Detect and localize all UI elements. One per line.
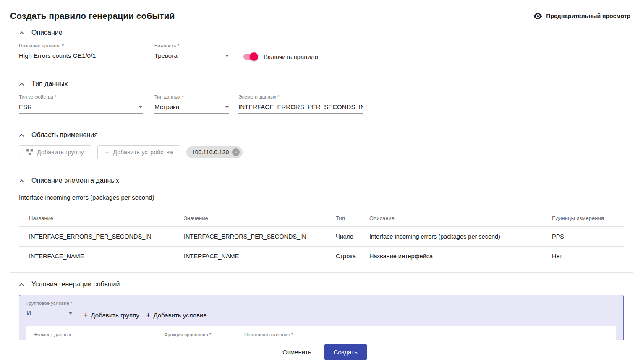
section-scope: Область применения Добавить группу + Доб… (10, 131, 633, 159)
element-summary: Interface incoming errors (packages per … (19, 194, 633, 201)
device-type-value: ESR (19, 103, 32, 110)
add-condition-group-label: Добавить группу (91, 312, 139, 319)
plus-icon: + (84, 312, 88, 318)
chevron-down-icon (139, 106, 143, 108)
create-rule-page: Создать правило генерации событий Предва… (0, 0, 643, 364)
device-group-icon (26, 149, 33, 155)
add-condition-label: Добавить условие (153, 312, 206, 319)
collapse-conditions-icon[interactable] (19, 283, 24, 286)
data-element-label: Элемент данных * (238, 94, 363, 99)
group-condition-select[interactable]: И (26, 309, 73, 320)
rule-name-field: Название правила * (19, 43, 143, 62)
condition-element-label: Элемент данных (33, 332, 71, 337)
section-scope-title: Область применения (31, 131, 98, 139)
device-type-select[interactable]: ESR (19, 102, 143, 114)
table-header-cell: Описание (359, 211, 542, 227)
toggle-thumb (250, 52, 258, 61)
create-button[interactable]: Создать (324, 344, 367, 360)
preview-label: Предварительный просмотр (546, 13, 630, 19)
chip-remove-icon[interactable]: × (232, 148, 240, 156)
collapse-element-description-icon[interactable] (19, 179, 24, 183)
severity-field: Важность * Тревога (154, 43, 229, 62)
device-type-label: Тип устройства * (19, 94, 143, 99)
enable-rule-toggle-group: Включить правило (243, 52, 318, 61)
section-element-description: Описание элемента данных Interface incom… (10, 177, 633, 272)
table-header-cell: Единицы измерения (542, 211, 624, 227)
data-element-table: Название Значение Тип Описание Единицы и… (19, 211, 624, 266)
table-header-cell: Значение (174, 211, 326, 227)
group-condition-field: Групповое условие * И (26, 301, 73, 320)
device-type-field: Тип устройства * ESR (19, 94, 143, 114)
enable-rule-toggle[interactable] (243, 52, 258, 61)
table-cell: Число (326, 227, 359, 247)
table-cell: INTERFACE_ERRORS_PER_SECONDS_IN (174, 227, 326, 247)
section-data-type: Тип данных Тип устройства * ESR Тип данн… (10, 80, 633, 114)
plus-icon: + (146, 312, 151, 318)
table-header-cell: Тип (326, 211, 359, 227)
section-conditions-title: Условия генерации событий (31, 281, 120, 288)
data-type-label: Тип данных * (154, 94, 229, 99)
divider (10, 272, 633, 273)
data-type-field: Тип данных * Метрика (154, 94, 229, 114)
data-element-input[interactable] (238, 102, 363, 114)
chevron-down-icon (68, 312, 73, 315)
table-cell: Interface incoming errors (packages per … (359, 227, 542, 247)
collapse-scope-icon[interactable] (19, 133, 24, 137)
table-header-row: Название Значение Тип Описание Единицы и… (19, 211, 624, 227)
table-cell: Строка (326, 247, 359, 266)
add-condition-group-button[interactable]: + Добавить группу (80, 310, 143, 320)
section-element-description-title: Описание элемента данных (31, 177, 119, 185)
preview-button[interactable]: Предварительный просмотр (531, 12, 633, 20)
enable-rule-toggle-label: Включить правило (264, 53, 318, 60)
section-description-title: Описание (31, 29, 63, 36)
data-type-select[interactable]: Метрика (154, 102, 229, 114)
table-cell: INTERFACE_NAME (19, 247, 174, 266)
severity-select[interactable]: Тревога (154, 51, 229, 62)
page-header: Создать правило генерации событий Предва… (10, 0, 633, 21)
table-cell: Название интерфейса (359, 247, 542, 266)
rule-name-label: Название правила * (19, 43, 143, 48)
table-cell: INTERFACE_NAME (174, 247, 326, 266)
severity-value: Тревога (154, 52, 178, 59)
section-description: Описание Название правила * Важность * Т… (10, 29, 633, 62)
device-chip-label: 100.110.0.130 (192, 149, 229, 156)
device-chip: 100.110.0.130 × (186, 146, 243, 158)
table-cell: INTERFACE_ERRORS_PER_SECONDS_IN (19, 227, 174, 247)
add-group-label: Добавить группу (37, 149, 84, 156)
data-element-field: Элемент данных * (238, 94, 363, 114)
table-cell: PPS (542, 227, 624, 247)
add-devices-label: Добавить устройства (113, 149, 173, 156)
eye-icon (533, 13, 542, 19)
add-devices-button[interactable]: + Добавить устройства (97, 145, 180, 159)
collapse-description-icon[interactable] (19, 31, 24, 35)
plus-icon: + (105, 149, 110, 155)
table-row: INTERFACE_ERRORS_PER_SECONDS_IN INTERFAC… (19, 227, 624, 247)
table-row: INTERFACE_NAME INTERFACE_NAME Строка Наз… (19, 247, 624, 266)
page-title: Создать правило генерации событий (10, 11, 175, 21)
severity-label: Важность * (154, 43, 229, 48)
table-cell: Нет (542, 247, 624, 266)
add-group-button[interactable]: Добавить группу (19, 145, 91, 159)
table-header-cell: Название (19, 211, 174, 227)
group-condition-value: И (26, 309, 31, 317)
divider (10, 72, 633, 72)
data-type-value: Метрика (154, 103, 179, 110)
rule-name-input[interactable] (19, 51, 143, 62)
threshold-label: Пороговое значение * (244, 332, 293, 337)
group-condition-label: Групповое условие * (26, 301, 73, 306)
cancel-button[interactable]: Отменить (276, 345, 318, 359)
divider (10, 123, 633, 123)
chevron-down-icon (225, 106, 229, 108)
chevron-down-icon (225, 55, 229, 57)
footer-action-bar: Отменить Создать (0, 340, 643, 364)
collapse-data-type-icon[interactable] (19, 82, 24, 86)
section-data-type-title: Тип данных (31, 80, 68, 88)
add-condition-button[interactable]: + Добавить условие (143, 310, 210, 320)
comparison-function-label: Функция сравнения * (164, 332, 211, 337)
divider (10, 169, 633, 169)
